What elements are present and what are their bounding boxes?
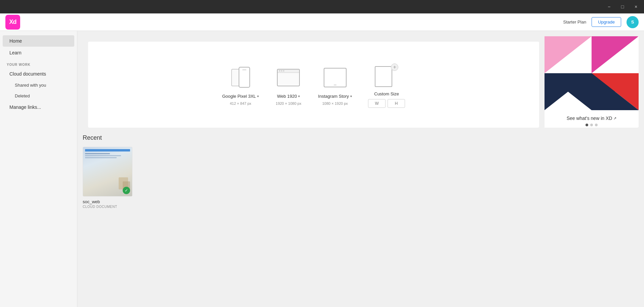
- carousel-dots: [550, 124, 633, 126]
- thumb-line-3: [85, 157, 117, 158]
- template-label-insta: Instagram Story ▾: [318, 94, 352, 99]
- carousel-dot-2[interactable]: [590, 124, 593, 126]
- maximize-button[interactable]: □: [618, 3, 627, 11]
- sidebar-item-cloud-docs[interactable]: Cloud documents: [3, 68, 74, 80]
- template-label-custom: Custom Size: [374, 91, 399, 96]
- file-name: soc_web: [83, 199, 132, 204]
- carousel-dot-3[interactable]: [595, 124, 598, 126]
- tablet-icon: [324, 68, 347, 87]
- browser-content: [278, 73, 299, 85]
- dropdown-arrow-pixel: ▾: [257, 94, 259, 98]
- template-name-custom: Custom Size: [374, 91, 399, 96]
- sidebar-item-learn[interactable]: Learn: [3, 47, 74, 58]
- thumb-line-1: [85, 153, 110, 154]
- sidebar-section-your-work: YOUR WORK: [0, 59, 77, 68]
- tablet-icon-box: [322, 64, 349, 91]
- main-content: Google Pixel 3XL ▾ 412 × 847 px: [77, 31, 644, 307]
- template-web-1920[interactable]: Web 1920 ▾ 1920 × 1080 px: [275, 64, 302, 105]
- whats-new-label: See what's new in XD: [567, 116, 612, 121]
- custom-height-input[interactable]: [388, 99, 405, 108]
- app-logo: Xd: [5, 15, 20, 30]
- file-card-soc-web[interactable]: ✓ soc_web CLOUD DOCUMENT: [83, 147, 132, 209]
- template-name-pixel: Google Pixel 3XL: [222, 94, 256, 99]
- new-doc-panel: Google Pixel 3XL ▾ 412 × 847 px: [88, 42, 539, 128]
- browser-icon-box: [275, 64, 302, 91]
- thumb-bar: [85, 149, 130, 151]
- phone-icon: [231, 65, 250, 90]
- file-thumbnail: ✓: [83, 147, 132, 196]
- title-bar: − □ ×: [0, 0, 644, 13]
- custom-doc-icon: [375, 66, 392, 87]
- minimize-button[interactable]: −: [605, 3, 613, 11]
- template-label-pixel: Google Pixel 3XL ▾: [222, 94, 259, 99]
- custom-width-input[interactable]: [368, 99, 386, 108]
- header-bar: Xd Starter Plan Upgrade S: [0, 13, 644, 31]
- browser-icon: [277, 69, 300, 86]
- close-button[interactable]: ×: [632, 3, 640, 11]
- promo-svg: [545, 36, 639, 110]
- sidebar-item-deleted[interactable]: Deleted: [3, 91, 74, 101]
- sidebar-item-home[interactable]: Home: [3, 35, 74, 47]
- template-dim-pixel: 412 × 847 px: [230, 101, 251, 105]
- recent-files-grid: ✓ soc_web CLOUD DOCUMENT: [83, 147, 639, 209]
- browser-dot-3: [283, 70, 284, 72]
- template-dim-web: 1920 × 1080 px: [276, 101, 301, 105]
- app-body: Home Learn YOUR WORK Cloud documents Sha…: [0, 31, 644, 307]
- avatar[interactable]: S: [627, 16, 639, 28]
- thumb-line-2: [85, 155, 121, 156]
- browser-dot-2: [281, 70, 282, 72]
- external-link-icon: ↗: [613, 116, 616, 121]
- promo-text-area: See what's new in XD ↗: [545, 110, 639, 128]
- upgrade-button[interactable]: Upgrade: [592, 17, 621, 27]
- carousel-dot-1[interactable]: [586, 124, 588, 126]
- template-instagram[interactable]: Instagram Story ▾ 1080 × 1920 px: [318, 64, 352, 105]
- template-google-pixel[interactable]: Google Pixel 3XL ▾ 412 × 847 px: [222, 64, 259, 105]
- template-custom[interactable]: + Custom Size: [368, 62, 405, 108]
- custom-icon: +: [375, 63, 398, 87]
- sidebar-item-manage-links[interactable]: Manage links...: [3, 101, 74, 113]
- browser-bar: [278, 70, 299, 73]
- promo-graphic: [545, 36, 639, 110]
- sync-badge: ✓: [123, 187, 130, 194]
- phone-icon-box: [227, 64, 254, 91]
- browser-dot-1: [279, 70, 280, 72]
- promo-panel: See what's new in XD ↗: [545, 36, 639, 128]
- template-label-web: Web 1920 ▾: [277, 94, 300, 99]
- whats-new-link[interactable]: See what's new in XD ↗: [550, 116, 633, 121]
- template-name-insta: Instagram Story: [318, 94, 349, 99]
- dropdown-arrow-insta: ▾: [350, 94, 352, 98]
- sidebar: Home Learn YOUR WORK Cloud documents Sha…: [0, 31, 77, 307]
- custom-size-inputs: [368, 99, 405, 108]
- custom-plus-icon: +: [391, 63, 398, 71]
- template-dim-insta: 1080 × 1920 px: [322, 101, 348, 105]
- recent-section: Recent ✓: [77, 128, 644, 215]
- template-name-web: Web 1920: [277, 94, 297, 99]
- custom-icon-box: +: [373, 62, 400, 89]
- phone-front: [239, 67, 250, 88]
- svg-marker-0: [545, 36, 592, 73]
- phone-speaker: [242, 70, 246, 70]
- file-type: CLOUD DOCUMENT: [83, 205, 132, 209]
- new-doc-area: Google Pixel 3XL ▾ 412 × 847 px: [83, 36, 639, 128]
- window-controls: − □ ×: [605, 3, 640, 11]
- sidebar-item-shared[interactable]: Shared with you: [3, 80, 74, 90]
- dropdown-arrow-web: ▾: [298, 94, 300, 98]
- starter-plan-label: Starter Plan: [563, 19, 586, 25]
- svg-marker-1: [592, 36, 639, 73]
- recent-title: Recent: [83, 134, 639, 141]
